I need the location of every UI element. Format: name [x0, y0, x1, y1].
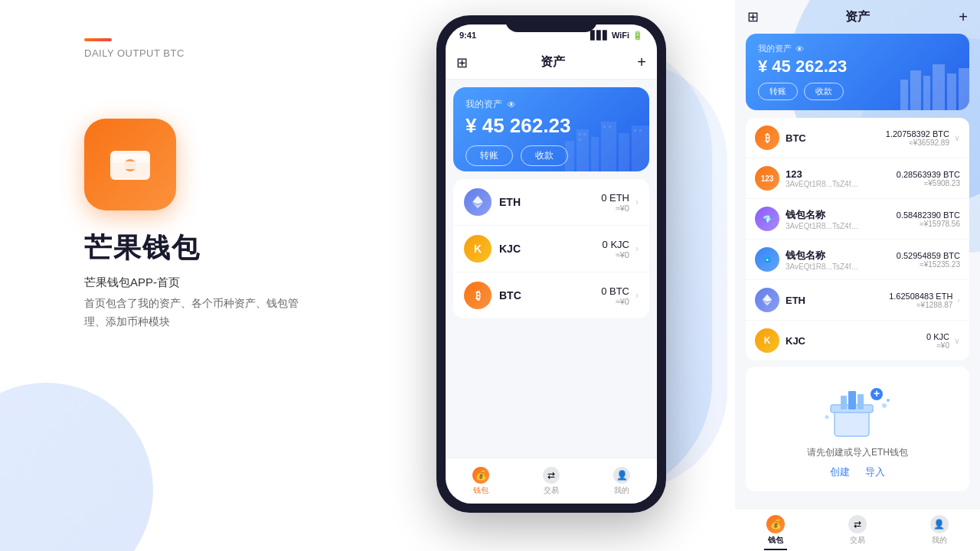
right-coin-purple[interactable]: 💎 钱包名称 3AvEQt1R8...TsZ4fpaRQ 0.58482390 … — [746, 199, 969, 240]
svg-rect-10 — [632, 126, 649, 171]
right-kjc-info: KJC — [786, 335, 923, 347]
phone-time: 9:41 — [459, 31, 476, 40]
right-123-info: 123 3AvEQt1R8...TsZ4fpaRQ — [786, 168, 893, 188]
right-tab-profile[interactable]: 👤 我的 — [898, 515, 980, 546]
right-exchange-tab-icon: ⇄ — [848, 515, 867, 533]
right-wallet-tab-label: 钱包 — [768, 535, 783, 546]
svg-rect-3 — [124, 161, 136, 169]
wifi-icon: WiFi — [612, 31, 629, 40]
city-silhouette — [565, 110, 649, 171]
svg-text:+: + — [874, 387, 880, 399]
phone-screen: 9:41 ▋▋▋ WiFi 🔋 ⊞ 资产 + — [446, 24, 657, 504]
kjc-amount: 0 KJC — [603, 239, 629, 250]
svg-rect-8 — [601, 122, 616, 171]
svg-rect-20 — [900, 80, 908, 110]
phone-eye-icon[interactable]: 👁 — [507, 99, 516, 110]
svg-rect-30 — [841, 396, 847, 409]
eth-balance: 0 ETH ≈¥0 — [601, 192, 629, 213]
eth-illustration: + — [819, 379, 896, 440]
app-desc-title: 芒果钱包APP-首页 — [84, 276, 299, 290]
right-tab-wallet[interactable]: 💰 钱包 — [735, 515, 817, 546]
phone-tab-bar: 💰 钱包 ⇄ 交易 👤 我的 — [446, 458, 657, 504]
kjc-name: KJC — [499, 243, 521, 255]
right-coin-list: ₿ BTC 1.20758392 BTC ≈¥36592.89 ∨ 123 12… — [746, 118, 969, 360]
right-panel: ⊞ 资产 + 我的资产 👁 ¥ 45 262.23 转账 收款 ₿ — [735, 0, 980, 551]
phone-mockup-area: 9:41 ▋▋▋ WiFi 🔋 ⊞ 资产 + — [417, 15, 685, 536]
right-btc-info: BTC — [786, 132, 883, 144]
right-receive-button[interactable]: 收款 — [804, 83, 844, 100]
phone-coin-item-btc[interactable]: ₿ BTC 0 BTC ≈¥0 › — [453, 272, 649, 318]
phone-asset-card: 我的资产 👁 ¥ 45 262.23 转账 收款 — [453, 87, 649, 171]
right-purple-icon: 💎 — [755, 207, 779, 231]
right-btc-expand-icon: ∨ — [954, 133, 960, 143]
svg-rect-25 — [959, 68, 969, 110]
phone-tab-wallet[interactable]: 💰 钱包 — [446, 467, 516, 496]
btc-arrow-icon: › — [635, 290, 639, 301]
phone-coin-item-kjc[interactable]: K KJC 0 KJC ≈¥0 › — [453, 226, 649, 272]
right-wallet-tab-icon: 💰 — [766, 515, 785, 533]
right-purple-balance: 0.58482390 BTC ≈¥15978.56 — [897, 210, 960, 228]
battery-icon: 🔋 — [632, 31, 643, 41]
right-coin-blue[interactable]: 💠 钱包名称 3AvEQt1R8...TsZ4fpaRQ 0.52954859 … — [746, 240, 969, 280]
right-tab-exchange[interactable]: ⇄ 交易 — [817, 515, 899, 546]
eth-name: ETH — [499, 196, 521, 208]
svg-rect-6 — [577, 129, 589, 171]
right-coin-kjc[interactable]: K KJC 0 KJC ≈¥0 ∨ — [746, 321, 969, 360]
phone-tab-exchange[interactable]: ⇄ 交易 — [516, 467, 586, 496]
right-eth-info: ETH — [786, 295, 886, 306]
right-btc-balance: 1.20758392 BTC ≈¥36592.89 — [886, 129, 949, 147]
right-coin-eth[interactable]: ETH 1.62508483 ETH ≈¥1288.87 › — [746, 280, 969, 321]
right-profile-tab-icon: 👤 — [930, 515, 949, 533]
kjc-icon: K — [464, 235, 492, 262]
signal-icon: ▋▋▋ — [590, 31, 609, 41]
svg-rect-22 — [923, 76, 930, 110]
eth-arrow-icon: › — [635, 197, 639, 207]
btc-name: BTC — [499, 289, 521, 302]
right-123-icon: 123 — [755, 166, 779, 191]
eth-import-link[interactable]: 导入 — [865, 465, 885, 479]
svg-rect-12 — [583, 133, 586, 135]
phone-receive-button[interactable]: 收款 — [521, 145, 568, 166]
app-icon-container — [84, 119, 176, 210]
svg-rect-21 — [910, 70, 921, 110]
right-kjc-balance: 0 KJC ≈¥0 — [926, 332, 949, 350]
phone-coin-item-eth[interactable]: ETH 0 ETH ≈¥0 › — [453, 179, 649, 226]
right-coin-123[interactable]: 123 123 3AvEQt1R8...TsZ4fpaRQ 0.28563939… — [746, 158, 969, 199]
right-eye-icon[interactable]: 👁 — [795, 44, 804, 54]
left-panel: DAILY OUTPUT BTC 芒果钱包 芒果钱包APP-首页 首页包含了我的… — [0, 0, 429, 551]
right-blue-info: 钱包名称 3AvEQt1R8...TsZ4fpaRQ — [786, 249, 893, 271]
svg-rect-28 — [835, 409, 869, 436]
kjc-approx: ≈¥0 — [603, 250, 629, 259]
app-icon — [84, 119, 176, 210]
phone-nav-grid-icon[interactable]: ⊞ — [456, 54, 468, 71]
right-transfer-button[interactable]: 转账 — [758, 83, 798, 100]
app-name: 芒果钱包 — [84, 230, 201, 267]
phone-nav-add-icon[interactable]: + — [637, 54, 646, 71]
phone-exchange-tab-icon: ⇄ — [543, 467, 560, 484]
phone-tab-profile[interactable]: 👤 我的 — [586, 467, 657, 496]
svg-rect-32 — [858, 394, 864, 409]
right-tab-bar: 💰 钱包 ⇄ 交易 👤 我的 — [735, 508, 980, 551]
eth-create-link[interactable]: 创建 — [830, 465, 850, 479]
app-desc-detail: 首页包含了我的资产、各个币种资产、钱包管 理、添加币种模块 — [84, 295, 299, 331]
btc-approx: ≈¥0 — [601, 297, 629, 306]
eth-amount: 0 ETH — [601, 192, 629, 204]
svg-rect-11 — [579, 133, 581, 135]
svg-rect-14 — [603, 126, 606, 128]
right-grid-icon[interactable]: ⊞ — [747, 8, 759, 25]
eth-icon — [464, 188, 492, 216]
svg-rect-17 — [639, 129, 642, 132]
right-header-title: 资产 — [845, 9, 870, 25]
phone-transfer-button[interactable]: 转账 — [466, 145, 513, 166]
phone-wallet-tab-icon: 💰 — [472, 467, 489, 484]
svg-rect-7 — [591, 137, 599, 171]
svg-rect-13 — [579, 139, 581, 141]
phone-exchange-tab-label: 交易 — [544, 485, 559, 496]
svg-marker-18 — [472, 196, 483, 204]
kjc-balance: 0 KJC ≈¥0 — [603, 239, 629, 259]
app-description: 芒果钱包APP-首页 首页包含了我的资产、各个币种资产、钱包管 理、添加币种模块 — [84, 276, 299, 331]
svg-rect-16 — [634, 129, 636, 132]
right-coin-btc[interactable]: ₿ BTC 1.20758392 BTC ≈¥36592.89 ∨ — [746, 118, 969, 158]
right-add-icon[interactable]: + — [959, 8, 968, 26]
right-blue-icon: 💠 — [755, 247, 779, 272]
